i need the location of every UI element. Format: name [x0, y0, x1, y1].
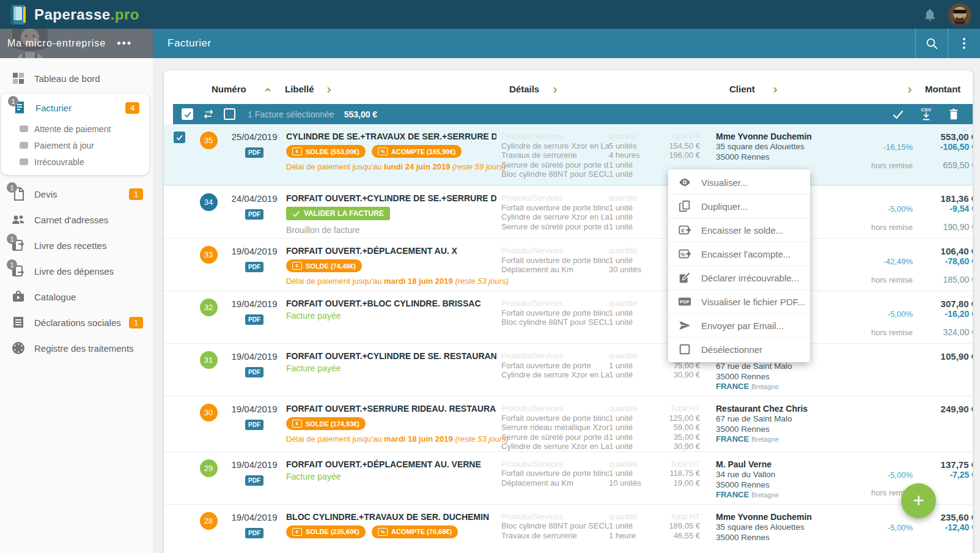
hors-remise-amount: 324,00 €	[913, 327, 973, 337]
sort-icon[interactable]	[550, 85, 560, 97]
more-menu-button[interactable]	[948, 29, 980, 58]
discount-percent: -42,49%	[846, 257, 913, 266]
sidebar-item-carnet-adresses[interactable]: Carnet d'adresses	[0, 207, 153, 232]
column-header-montant[interactable]: Montant	[925, 84, 960, 94]
workspace-switcher[interactable]: Ma micro-entreprise •••	[0, 29, 153, 58]
validate-selection-button[interactable]	[892, 108, 904, 121]
workspace-more-icon[interactable]: •••	[117, 40, 132, 46]
paid-status-text: Facture payée	[286, 311, 496, 321]
client-city: 35000 Rennes	[716, 371, 846, 382]
client-city: 35000 Rennes	[716, 532, 846, 543]
product-line: Cylindre de serrure Xzor en Lait...1 uni…	[501, 442, 706, 451]
sidebar-item-livre-depenses[interactable]: 1 Livre des dépenses	[0, 258, 153, 284]
sidebar-count-badge: 1	[129, 317, 143, 328]
invoice-date: 19/04/2019	[223, 459, 286, 470]
column-header-details[interactable]: Détails	[509, 84, 539, 94]
pdf-badge[interactable]: PDF	[245, 528, 263, 538]
column-header-numero[interactable]: Numéro	[212, 84, 246, 94]
invoice-title: FORFAIT OUVERT.+DÉPLACEMENT AU. X	[286, 246, 496, 256]
context-menu-item[interactable]: € Encaisser le solde...	[668, 218, 810, 242]
context-menu-item[interactable]: Déclarer irrécouvrable...	[668, 265, 810, 289]
euro-icon: €	[292, 420, 302, 428]
invoice-title: FORFAIT OUVERT.+CYLINDRE DE SE. RESTAURA…	[286, 351, 496, 361]
context-menu-item[interactable]: Dupliquer...	[668, 194, 810, 218]
pdf-badge[interactable]: PDF	[245, 420, 263, 430]
context-menu-item[interactable]: % Encaisser l'acompte...	[668, 242, 810, 265]
context-menu-item[interactable]: Désélectionner	[668, 337, 810, 361]
invoice-row-31[interactable]: 31 19/04/2019 PDF FORFAIT OUVERT.+CYLIND…	[164, 343, 973, 396]
invert-selection-icon[interactable]	[202, 109, 215, 119]
sidebar-item-devis[interactable]: 1 Devis1	[0, 181, 153, 207]
check-icon	[292, 210, 300, 218]
validate-chip-button[interactable]: VALIDER LA FACTURE	[286, 207, 390, 220]
column-header-libelle[interactable]: Libellé	[285, 84, 314, 94]
acompte-chip-button[interactable]: %ACOMPTE (165,90€)	[372, 145, 462, 158]
sidebar-item-catalogue[interactable]: Catalogue	[0, 284, 153, 310]
invoice-row-30[interactable]: 30 19/04/2019 PDF FORFAIT OUVERT.+SERRUR…	[164, 396, 973, 451]
invoice-row-28[interactable]: 28 19/04/2019 PDF BLOC CYLINDRE.+TRAVAUX…	[164, 504, 973, 553]
notifications-bell-icon[interactable]	[923, 7, 937, 23]
app-root: Paperasse.pro	[0, 0, 980, 553]
add-invoice-fab[interactable]: +	[901, 483, 936, 518]
discount-percent: -5,00%	[846, 310, 913, 319]
client-block: M. Paul Verne 34 rue du Vallon 35000 Ren…	[706, 459, 846, 504]
sidebar-item-livre-recettes[interactable]: 1 Livre des recettes	[0, 232, 153, 258]
book-logo-icon	[9, 4, 28, 26]
context-menu-item[interactable]: Envoyer par Email...	[668, 313, 810, 337]
paid-status-text: Facture payée	[286, 472, 496, 481]
sidebar-subitem[interactable]: Paiement à jour	[1, 137, 149, 154]
invoice-table-card: Numéro Libellé Détails Client Montant	[164, 70, 973, 553]
context-menu-label: Envoyer par Email...	[701, 321, 784, 331]
invoice-date: 19/04/2019	[223, 351, 286, 362]
sidebar-subitem[interactable]: Irrécouvrable	[1, 154, 149, 170]
context-menu-item[interactable]: Visualiser...	[668, 171, 810, 194]
deselect-all-checkbox[interactable]	[224, 108, 235, 120]
select-all-checkbox[interactable]	[182, 108, 193, 120]
pdf-badge[interactable]: PDF	[245, 314, 263, 325]
pdf-badge[interactable]: PDF	[245, 367, 263, 377]
invoice-row-32[interactable]: 32 19/04/2019 PDF FORFAIT OUVERT.+BLOC C…	[164, 291, 973, 343]
solde-chip-button[interactable]: €SOLDE (235,60€)	[286, 525, 366, 538]
page-bar-actions	[915, 29, 980, 58]
invoice-row-33[interactable]: 33 19/04/2019 PDF FORFAIT OUVERT.+DÉPLAC…	[164, 238, 973, 291]
sort-icon[interactable]	[905, 85, 915, 97]
sidebar-item-declarations-sociales[interactable]: Déclarations sociales1	[0, 310, 153, 335]
client-address: 67 rue de Saint Malo	[716, 414, 846, 424]
export-csv-button[interactable]: CSV	[921, 108, 931, 121]
send-icon	[678, 319, 691, 332]
search-button[interactable]	[916, 29, 948, 58]
invoice-details: Produits/ServicesquantitéTotal HT Forfai…	[501, 404, 706, 451]
hors-remise-amount: 185,00 €	[913, 275, 973, 284]
sort-asc-icon[interactable]	[263, 85, 273, 97]
solde-chip-button[interactable]: €SOLDE (174,93€)	[286, 417, 366, 430]
selection-actions: CSV	[892, 108, 959, 121]
invoice-row-34[interactable]: 34 24/04/2019 PDF FORFAIT OUVERT.+CYLIND…	[164, 185, 973, 238]
percent-icon: %	[378, 147, 388, 155]
pdf-badge[interactable]: PDF	[245, 147, 263, 158]
invoice-row-35[interactable]: 35 25/04/2019 PDF CYLINDRE DE SE.+TRAVAU…	[164, 124, 973, 185]
discount-amount: -9,54 €	[913, 204, 973, 213]
sidebar-item-dashboard[interactable]: Tableau de bord	[0, 65, 153, 91]
sort-icon[interactable]	[770, 85, 780, 97]
sidebar-item-registre-traitements[interactable]: Registre des traitements	[0, 335, 153, 361]
sort-icon[interactable]	[324, 85, 334, 97]
context-menu-item[interactable]: PDF Visualiser le fichier PDF...	[668, 289, 810, 313]
acompte-chip-button[interactable]: %ACOMPTE (70,68€)	[372, 525, 458, 538]
sidebar-count-badge: 1	[129, 188, 143, 200]
row-checkbox[interactable]	[174, 132, 185, 143]
user-avatar[interactable]	[948, 3, 971, 26]
sidebar-subitem-label: Paiement à jour	[34, 141, 94, 150]
checkbox-blank-icon	[678, 343, 691, 356]
solde-chip-button[interactable]: €SOLDE (74,48€)	[286, 259, 362, 272]
pdf-badge[interactable]: PDF	[245, 262, 263, 272]
pdf-badge[interactable]: PDF	[245, 209, 263, 220]
invoice-chips: €SOLDE (553,00€)%ACOMPTE (165,90€)	[286, 145, 496, 158]
hors-remise-label: hors remise	[846, 328, 913, 337]
pdf-badge[interactable]: PDF	[245, 475, 263, 486]
column-header-client[interactable]: Client	[729, 84, 755, 94]
sidebar-subitem[interactable]: Attente de paiement	[1, 121, 149, 137]
sidebar-item-facturier[interactable]: 1 Facturier4	[1, 95, 149, 121]
solde-chip-button[interactable]: €SOLDE (553,00€)	[286, 145, 366, 158]
delete-selection-button[interactable]	[948, 108, 959, 121]
invoice-row-29[interactable]: 29 19/04/2019 PDF FORFAIT OUVERT.+DÉPLAC…	[164, 451, 973, 504]
